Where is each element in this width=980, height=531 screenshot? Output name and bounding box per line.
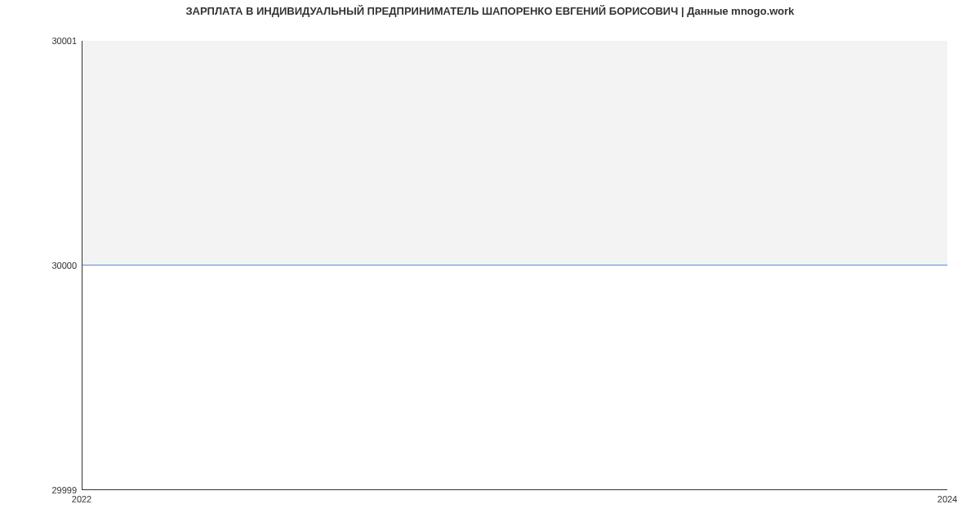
y-tick-mid: 30000 bbox=[28, 261, 77, 270]
area-fill bbox=[82, 41, 947, 265]
series-line bbox=[82, 265, 947, 266]
y-tick-top: 30001 bbox=[28, 36, 77, 46]
plot-area bbox=[82, 41, 947, 490]
x-tick-left: 2022 bbox=[72, 494, 91, 504]
chart-title: ЗАРПЛАТА В ИНДИВИДУАЛЬНЫЙ ПРЕДПРИНИМАТЕЛ… bbox=[0, 5, 980, 17]
y-tick-bottom: 29999 bbox=[28, 485, 77, 495]
chart-container: ЗАРПЛАТА В ИНДИВИДУАЛЬНЫЙ ПРЕДПРИНИМАТЕЛ… bbox=[0, 0, 980, 531]
x-tick-right: 2024 bbox=[938, 494, 957, 504]
